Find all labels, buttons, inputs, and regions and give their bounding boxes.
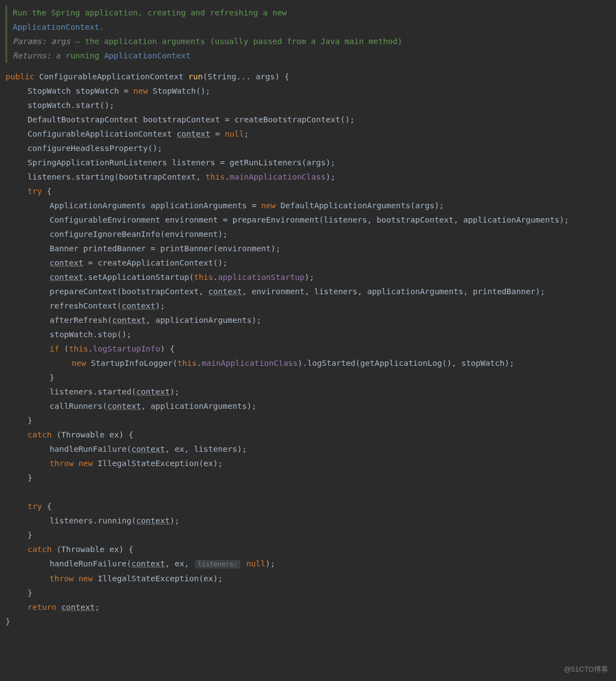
code-line[interactable]: } — [6, 370, 610, 385]
code-text: afterRefresh( — [50, 316, 112, 325]
var-context: context — [136, 516, 170, 525]
var-context: context — [50, 258, 83, 267]
code-text: ); — [170, 516, 179, 525]
code-line[interactable]: refreshContext(context); — [6, 299, 610, 313]
code-text: ApplicationArguments applicationArgument… — [50, 201, 261, 210]
keyword-new: new — [133, 87, 148, 95]
code-line[interactable]: SpringApplicationRunListeners listeners … — [6, 155, 610, 170]
code-line[interactable]: if (this.logStartupInfo) { — [6, 342, 610, 356]
code-text: , applicationArguments); — [141, 402, 257, 410]
code-text: . — [88, 344, 93, 353]
code-text: prepareContext(bootstrapContext, — [50, 287, 208, 296]
field-mainapplicationclass: mainApplicationClass — [230, 172, 326, 181]
code-line[interactable]: StopWatch stopWatch = new StopWatch(); — [6, 84, 610, 98]
doc-returns-link[interactable]: ApplicationContext — [104, 51, 191, 60]
code-line[interactable]: stopWatch.stop(); — [6, 327, 610, 342]
code-line[interactable]: ConfigurableApplicationContext context =… — [6, 127, 610, 141]
method-run: run — [188, 72, 203, 81]
keyword-this: this — [206, 172, 225, 181]
code-line[interactable]: context.setApplicationStartup(this.appli… — [6, 270, 610, 284]
code-line[interactable]: listeners.starting(bootstrapContext, thi… — [6, 170, 610, 184]
code-text: IllegalStateException(ex); — [93, 574, 223, 583]
code-line[interactable]: new StartupInfoLogger(this.mainApplicati… — [6, 356, 610, 370]
code-text: , environment, listeners, applicationArg… — [242, 287, 545, 296]
code-line[interactable]: ConfigurableEnvironment environment = pr… — [6, 213, 610, 227]
var-context: context — [61, 603, 95, 612]
code-text: configureHeadlessProperty(); — [28, 144, 162, 153]
code-text: ConfigurableEnvironment environment = pr… — [50, 215, 569, 224]
code-line[interactable]: listeners.started(context); — [6, 385, 610, 399]
code-line[interactable]: public ConfigurableApplicationContext ru… — [6, 69, 610, 84]
keyword-null: null — [225, 129, 244, 138]
code-text: stopWatch.stop(); — [50, 330, 131, 339]
keyword-new: new — [261, 201, 275, 210]
doc-param-name: args — [51, 37, 71, 46]
code-text: ); — [155, 301, 165, 310]
field-logstartupinfo: logStartupInfo — [93, 344, 160, 353]
code-text: stopWatch.start(); — [28, 101, 114, 110]
doc-returns-label: Returns: — [13, 51, 51, 60]
keyword-null: null — [246, 559, 266, 568]
keyword-this: this — [177, 359, 197, 367]
keyword-throw-new: throw new — [50, 574, 93, 583]
code-line[interactable]: Banner printedBanner = printBanner(envir… — [6, 241, 610, 256]
code-text: DefaultApplicationArguments(args); — [275, 201, 444, 210]
code-line[interactable]: } — [6, 471, 610, 485]
doc-link-applicationcontext[interactable]: ApplicationContext — [13, 23, 99, 31]
code-line[interactable]: handleRunFailure(context, ex, listeners)… — [6, 442, 610, 456]
var-context: context — [131, 559, 165, 568]
code-line[interactable]: context = createApplicationContext(); — [6, 256, 610, 270]
code-text: , applicationArguments); — [146, 316, 262, 325]
code-text: SpringApplicationRunListeners listeners … — [28, 158, 336, 167]
code-text: ).logStarted(getApplicationLog(), stopWa… — [298, 359, 514, 367]
code-line[interactable]: callRunners(context, applicationArgument… — [6, 399, 610, 413]
doc-params-label: Params: — [13, 37, 46, 46]
code-text: . — [225, 172, 230, 181]
keyword-new: new — [72, 359, 86, 367]
code-line[interactable]: try { — [6, 184, 610, 198]
code-text: handleRunFailure( — [50, 559, 131, 568]
code-line[interactable]: DefaultBootstrapContext bootstrapContext… — [6, 112, 610, 127]
code-text: DefaultBootstrapContext bootstrapContext… — [28, 115, 355, 124]
code-text: ); — [170, 387, 179, 396]
code-editor[interactable]: Run the Spring application, creating and… — [0, 0, 616, 640]
code-line[interactable]: } — [6, 528, 610, 542]
code-text: refreshContext( — [50, 301, 122, 310]
code-line[interactable]: prepareContext(bootstrapContext, context… — [6, 284, 610, 299]
code-line[interactable]: afterRefresh(context, applicationArgumen… — [6, 313, 610, 327]
code-line[interactable]: stopWatch.start(); — [6, 98, 610, 112]
keyword-try: try — [28, 502, 42, 511]
code-line[interactable]: } — [6, 413, 610, 428]
code-text: ); — [266, 559, 275, 568]
code-text: Banner printedBanner = printBanner(envir… — [50, 244, 280, 253]
code-line[interactable]: listeners.running(context); — [6, 514, 610, 528]
code-text: = createApplicationContext(); — [83, 258, 228, 267]
return-type: ConfigurableApplicationContext — [34, 72, 188, 81]
code-line[interactable]: throw new IllegalStateException(ex); — [6, 456, 610, 471]
code-text: StopWatch stopWatch = — [28, 87, 133, 95]
code-line[interactable]: configureIgnoreBeanInfo(environment); — [6, 227, 610, 241]
code-text: } — [28, 416, 33, 425]
code-text: } — [6, 617, 10, 626]
code-line[interactable]: ApplicationArguments applicationArgument… — [6, 198, 610, 213]
code-line[interactable]: } — [6, 586, 610, 600]
code-line[interactable]: catch (Throwable ex) { — [6, 428, 610, 442]
keyword-public: public — [6, 72, 34, 81]
code-text: StartupInfoLogger( — [86, 359, 177, 367]
var-context: context — [208, 287, 242, 296]
keyword-this: this — [194, 273, 213, 282]
code-text: . — [197, 359, 202, 367]
code-line[interactable]: catch (Throwable ex) { — [6, 542, 610, 556]
code-line[interactable]: throw new IllegalStateException(ex); — [6, 571, 610, 586]
code-line[interactable]: return context; — [6, 600, 610, 614]
code-text: handleRunFailure( — [50, 445, 131, 453]
code-text: configureIgnoreBeanInfo(environment); — [50, 230, 228, 239]
code-text: .setApplicationStartup( — [83, 273, 194, 282]
code-line[interactable]: } — [6, 614, 610, 629]
keyword-try: try — [28, 187, 42, 196]
code-line[interactable]: configureHeadlessProperty(); — [6, 141, 610, 155]
code-line[interactable]: try { — [6, 499, 610, 514]
code-text: listeners.starting(bootstrapContext, — [28, 172, 206, 181]
code-text: , ex, listeners); — [165, 445, 247, 453]
code-line[interactable]: handleRunFailure(context, ex, listeners:… — [6, 556, 610, 571]
